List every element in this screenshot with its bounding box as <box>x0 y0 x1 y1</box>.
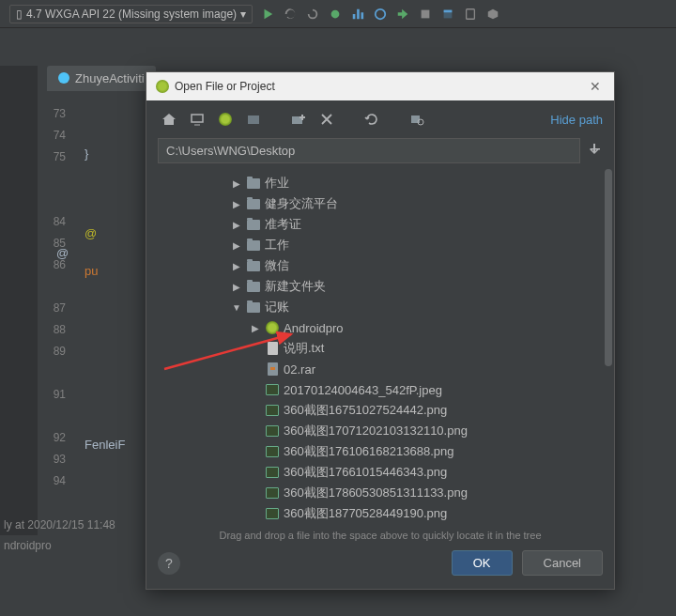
tree-label: 20170124004643_542fP.jpeg <box>284 383 442 397</box>
attach-icon[interactable] <box>395 7 410 22</box>
expand-arrow-icon[interactable]: ▶ <box>231 240 242 251</box>
path-row <box>146 138 614 163</box>
expand-arrow-icon[interactable]: ▶ <box>231 220 242 230</box>
tree-row[interactable]: 360截图17661015446343.png <box>146 462 614 483</box>
apply-changes-icon[interactable] <box>283 7 298 22</box>
tree-row[interactable]: 说明.txt <box>146 338 614 359</box>
img-icon <box>265 486 280 500</box>
run-icon[interactable] <box>260 7 275 22</box>
tab-zhuye[interactable]: ZhuyeActiviti <box>47 66 156 91</box>
folder-icon <box>246 218 261 231</box>
hide-path-link[interactable]: Hide path <box>550 113 603 127</box>
svg-point-0 <box>331 9 340 18</box>
svg-point-1 <box>376 8 386 19</box>
status-time: ly at 2020/12/15 11:48 <box>4 518 115 531</box>
tree-label: 360截图18770528449190.png <box>284 505 447 522</box>
svg-rect-4 <box>192 115 203 122</box>
tree-label: 记账 <box>265 299 289 316</box>
ide-toolbar: ▯ 4.7 WXGA API 22 (Missing system image)… <box>0 0 676 28</box>
tab-label: ZhuyeActiviti <box>75 71 145 85</box>
tree-row[interactable]: ▼记账 <box>146 297 614 317</box>
tree-label: 工作 <box>265 237 289 254</box>
device-name: 4.7 WXGA API 22 (Missing system image) <box>26 8 237 21</box>
expand-arrow-icon[interactable]: ▶ <box>231 261 242 271</box>
tree-label: 作业 <box>265 175 289 192</box>
project-icon[interactable] <box>214 108 237 131</box>
expand-arrow-icon[interactable]: ▶ <box>231 282 242 292</box>
tree-label: 健身交流平台 <box>265 195 338 212</box>
tree-label: 360截图176106168213688.png <box>284 443 453 460</box>
folder-icon <box>246 259 261 272</box>
stop-icon[interactable] <box>418 7 433 22</box>
cancel-button[interactable]: Cancel <box>522 550 603 576</box>
img-icon <box>265 445 280 458</box>
tree-row[interactable]: ▶作业 <box>146 173 614 193</box>
tree-label: 360截图16751027524442.png <box>284 402 447 419</box>
avd-icon[interactable] <box>463 7 478 22</box>
file-tree[interactable]: ▶作业▶健身交流平台▶准考证▶工作▶微信▶新建文件夹▼记账▶Androidpro… <box>146 169 614 524</box>
folder-icon <box>246 280 261 293</box>
sdk-icon[interactable] <box>485 7 500 22</box>
code-area: } @ @ pu d. tv_quxia FenleiF <box>84 103 125 452</box>
tree-row[interactable]: ▶Androidpro <box>146 317 614 338</box>
tree-row[interactable]: ▶工作 <box>146 235 614 255</box>
side-panel <box>0 66 38 535</box>
as-icon <box>265 321 280 334</box>
device-selector[interactable]: ▯ 4.7 WXGA API 22 (Missing system image)… <box>9 5 253 23</box>
device-icon: ▯ <box>16 8 23 21</box>
restart-icon[interactable] <box>305 7 320 22</box>
profile-icon[interactable] <box>350 7 365 22</box>
tree-row[interactable]: 20170124004643_542fP.jpeg <box>146 379 614 400</box>
history-icon[interactable] <box>588 142 603 161</box>
dialog-footer: ? OK Cancel <box>146 543 614 589</box>
dialog-title: Open File or Project <box>175 80 275 93</box>
tree-row[interactable]: 360截图18770528449190.png <box>146 503 614 524</box>
folder-icon <box>246 239 261 252</box>
new-folder-icon[interactable] <box>287 108 310 131</box>
tree-label: Androidpro <box>284 321 344 335</box>
tree-label: 02.rar <box>284 362 315 377</box>
expand-arrow-icon[interactable]: ▼ <box>231 302 242 313</box>
folder-icon <box>246 300 261 314</box>
tree-row[interactable]: 360截图176106168213688.png <box>146 441 614 462</box>
tree-row[interactable]: ▶微信 <box>146 255 614 276</box>
svg-rect-2 <box>422 9 430 18</box>
path-input[interactable] <box>158 138 580 163</box>
chevron-down-icon: ▾ <box>240 8 246 21</box>
refresh-icon[interactable] <box>361 108 383 131</box>
home-icon[interactable] <box>158 108 180 131</box>
tree-label: 新建文件夹 <box>265 278 326 295</box>
tree-label: 360截图17860530851311133.png <box>284 485 468 501</box>
tree-label: 微信 <box>265 257 289 274</box>
tree-label: 360截图17661015446343.png <box>284 464 447 481</box>
tree-label: 准考证 <box>265 216 301 233</box>
scrollbar[interactable] <box>605 169 612 524</box>
tree-row[interactable]: ▶新建文件夹 <box>146 276 614 297</box>
status-project: ndroidpro <box>4 539 52 552</box>
file-icon <box>265 342 280 355</box>
debug-icon[interactable] <box>328 7 343 22</box>
ok-button[interactable]: OK <box>452 550 513 576</box>
drop-hint: Drag and drop a file into the space abov… <box>146 524 614 543</box>
help-button[interactable]: ? <box>158 552 180 575</box>
tree-row[interactable]: 360截图16751027524442.png <box>146 400 614 421</box>
close-icon[interactable]: ✕ <box>586 79 605 94</box>
tree-row[interactable]: ▶准考证 <box>146 214 614 235</box>
scrollbar-thumb[interactable] <box>605 169 612 366</box>
tree-row[interactable]: 02.rar <box>146 359 614 379</box>
tree-row[interactable]: 360截图17071202103132110.png <box>146 421 614 441</box>
img-icon <box>265 507 280 520</box>
expand-arrow-icon[interactable]: ▶ <box>231 178 242 189</box>
tree-row[interactable]: ▶健身交流平台 <box>146 193 614 214</box>
sync-icon[interactable] <box>440 7 455 22</box>
img-icon <box>265 383 280 396</box>
expand-arrow-icon[interactable]: ▶ <box>250 323 261 333</box>
show-hidden-icon[interactable] <box>406 108 428 131</box>
tree-row[interactable]: 360截图17860530851311133.png <box>146 483 614 503</box>
delete-icon[interactable] <box>315 108 338 131</box>
desktop-icon[interactable] <box>186 108 208 131</box>
module-icon[interactable] <box>242 108 265 131</box>
expand-arrow-icon[interactable]: ▶ <box>231 199 242 209</box>
open-file-dialog: Open File or Project ✕ Hide path ▶作业▶健身交… <box>146 71 615 590</box>
profiler-icon[interactable] <box>373 7 388 22</box>
